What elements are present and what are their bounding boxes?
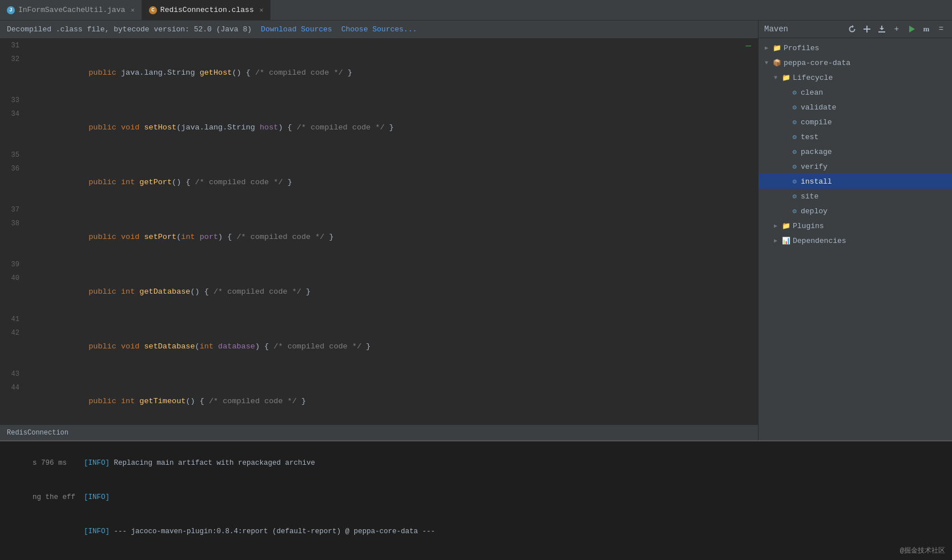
tab-inform-close[interactable]: ✕ xyxy=(131,6,135,14)
install-arrow xyxy=(781,178,788,185)
verify-arrow xyxy=(781,163,788,170)
compile-arrow xyxy=(781,119,788,125)
package-arrow xyxy=(781,148,788,155)
lifecycle-label: Lifecycle xyxy=(793,74,833,82)
code-line-35: 35 xyxy=(0,148,758,162)
tree-item-deploy[interactable]: ⚙ deploy xyxy=(759,204,952,218)
tab-redis-label: RedisConnection.class xyxy=(160,6,254,14)
tree-item-site[interactable]: ⚙ site xyxy=(759,189,952,204)
code-line-38: 38 public void setPort(int port) { /* co… xyxy=(0,217,758,258)
clean-arrow xyxy=(781,89,788,96)
code-line-34: 34 public void setHost(java.lang.String … xyxy=(0,107,758,148)
code-line-40: 40 public int getDatabase() { /* compile… xyxy=(0,271,758,313)
download-icon[interactable] xyxy=(877,24,887,34)
code-line-39: 39 xyxy=(0,258,758,271)
columns-icon[interactable]: = xyxy=(936,24,946,34)
deploy-label: deploy xyxy=(801,207,828,216)
tree-item-dependencies[interactable]: ▶ 📊 Dependencies xyxy=(759,233,952,248)
tree-item-clean[interactable]: ⚙ clean xyxy=(759,85,952,100)
tree-item-compile[interactable]: ⚙ compile xyxy=(759,115,952,129)
java-icon: J xyxy=(7,6,15,14)
terminal-content[interactable]: s 796 ms [INFO] Replacing main artifact … xyxy=(0,441,952,560)
tree-item-profiles[interactable]: ▶ 📁 Profiles xyxy=(759,40,952,55)
tab-redis[interactable]: C RedisConnection.class ✕ xyxy=(142,0,271,20)
terminal-line-1: s 796 ms [INFO] Replacing main artifact … xyxy=(7,446,945,480)
site-label: site xyxy=(801,192,818,201)
tree-item-validate[interactable]: ⚙ validate xyxy=(759,100,952,115)
code-line-36: 36 public int getPort() { /* compiled co… xyxy=(0,162,758,203)
tree-item-install[interactable]: ⚙ install xyxy=(759,174,952,189)
validate-arrow xyxy=(781,104,788,111)
run-icon[interactable] xyxy=(906,24,917,34)
plus-icon[interactable]: + xyxy=(892,24,902,34)
profiles-folder-icon: 📁 xyxy=(772,44,781,51)
svg-marker-2 xyxy=(909,26,915,33)
tab-redis-close[interactable]: ✕ xyxy=(260,6,264,14)
clean-gear-icon: ⚙ xyxy=(790,88,798,96)
compile-gear-icon: ⚙ xyxy=(790,118,798,126)
deploy-gear-icon: ⚙ xyxy=(790,207,798,215)
maven-tree: ▶ 📁 Profiles ▼ 📦 peppa-core-data ▼ 📁 Lif… xyxy=(759,38,952,440)
tree-item-package[interactable]: ⚙ package xyxy=(759,144,952,159)
peppa-arrow: ▼ xyxy=(763,59,770,66)
maven-panel: Maven + m = ▶ 📁 Profiles xyxy=(758,21,952,440)
code-area[interactable]: — 31 32 public java.lang.String getHost(… xyxy=(0,39,758,424)
tab-inform-label: InFormSaveCacheUtil.java xyxy=(18,6,125,14)
tree-item-peppa[interactable]: ▼ 📦 peppa-core-data xyxy=(759,55,952,70)
site-gear-icon: ⚙ xyxy=(790,192,798,200)
verify-label: verify xyxy=(801,163,828,171)
code-line-33: 33 xyxy=(0,94,758,107)
plugins-arrow: ▶ xyxy=(772,222,779,229)
code-line-42: 42 public void setDatabase(int database)… xyxy=(0,326,758,367)
class-icon: C xyxy=(149,6,157,14)
code-lines: 31 32 public java.lang.String getHost() … xyxy=(0,39,758,424)
code-line-32: 32 public java.lang.String getHost() { /… xyxy=(0,52,758,94)
dependencies-arrow: ▶ xyxy=(772,237,779,244)
tree-item-test[interactable]: ⚙ test xyxy=(759,129,952,144)
code-line-44: 44 public int getTimeout() { /* compiled… xyxy=(0,381,758,422)
validate-label: validate xyxy=(801,103,836,112)
add-module-icon[interactable] xyxy=(862,24,872,34)
refresh-icon[interactable] xyxy=(847,24,857,34)
terminal-line-4: [INFO] Loading execution data file █████… xyxy=(7,549,945,560)
letter-m-icon[interactable]: m xyxy=(921,24,931,34)
install-label: install xyxy=(801,177,832,186)
clean-label: clean xyxy=(801,88,823,97)
tab-inform[interactable]: J InFormSaveCacheUtil.java ✕ xyxy=(0,0,142,20)
test-arrow xyxy=(781,133,788,140)
code-line-31: 31 xyxy=(0,39,758,52)
code-panel: Decompiled .class file, bytecode version… xyxy=(0,21,758,440)
profiles-arrow: ▶ xyxy=(763,44,770,51)
dependencies-folder-icon: 📊 xyxy=(781,237,790,244)
plugins-label: Plugins xyxy=(793,222,824,230)
code-line-45: 45 xyxy=(0,422,758,424)
validate-gear-icon: ⚙ xyxy=(790,103,798,111)
decompile-banner: Decompiled .class file, bytecode version… xyxy=(0,21,758,39)
package-gear-icon: ⚙ xyxy=(790,148,798,156)
compile-label: compile xyxy=(801,118,832,127)
site-arrow xyxy=(781,193,788,200)
lifecycle-arrow: ▼ xyxy=(772,74,779,81)
code-line-37: 37 xyxy=(0,203,758,217)
peppa-label: peppa-core-data xyxy=(784,59,850,67)
deploy-arrow xyxy=(781,208,788,214)
banner-text: Decompiled .class file, bytecode version… xyxy=(7,25,252,34)
test-label: test xyxy=(801,133,818,141)
install-gear-icon: ⚙ xyxy=(790,177,798,185)
terminal-line-2: ng the eff [INFO] xyxy=(7,480,945,514)
plugins-folder-icon: 📁 xyxy=(781,222,790,229)
code-line-41: 41 xyxy=(0,313,758,326)
tree-item-lifecycle[interactable]: ▼ 📁 Lifecycle xyxy=(759,70,952,85)
maven-title: Maven xyxy=(764,25,842,34)
svg-rect-1 xyxy=(866,26,868,33)
tree-item-plugins[interactable]: ▶ 📁 Plugins xyxy=(759,218,952,233)
tree-item-verify[interactable]: ⚙ verify xyxy=(759,159,952,174)
scroll-indicator: — xyxy=(745,41,751,51)
download-sources-link[interactable]: Download Sources xyxy=(261,25,332,34)
choose-sources-link[interactable]: Choose Sources... xyxy=(341,25,417,34)
test-gear-icon: ⚙ xyxy=(790,133,798,141)
lifecycle-folder-icon: 📁 xyxy=(781,74,790,81)
maven-toolbar: Maven + m = xyxy=(759,21,952,38)
terminal-line-3: [INFO] --- jacoco-maven-plugin:0.8.4:rep… xyxy=(7,514,945,549)
peppa-folder-icon: 📦 xyxy=(772,59,781,66)
